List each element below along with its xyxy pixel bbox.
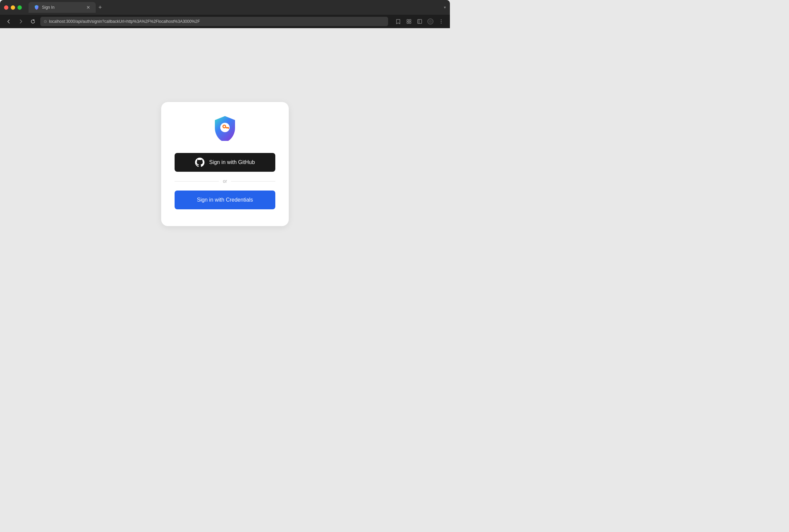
svg-rect-2 bbox=[407, 22, 409, 23]
github-icon bbox=[195, 158, 204, 167]
signin-card: Sign in with GitHub or Sign in with Cred… bbox=[161, 102, 289, 226]
tab-close-button[interactable]: ✕ bbox=[86, 5, 90, 10]
recording-button[interactable] bbox=[426, 17, 435, 26]
credentials-signin-button[interactable]: Sign in with Credentials bbox=[175, 191, 275, 209]
tab-favicon-icon bbox=[34, 5, 39, 10]
traffic-lights bbox=[4, 5, 22, 10]
browser-window: Sign In ✕ + ▾ ⊙ localhost:3000/api/auth/… bbox=[0, 0, 450, 300]
nav-actions bbox=[393, 17, 446, 26]
logo-container bbox=[213, 115, 237, 142]
divider-line-left bbox=[175, 181, 219, 182]
url-text: localhost:3000/api/auth/signin?callbackU… bbox=[49, 19, 200, 24]
svg-rect-0 bbox=[407, 19, 409, 21]
svg-point-7 bbox=[441, 21, 441, 22]
app-logo-icon bbox=[213, 115, 237, 141]
svg-point-6 bbox=[441, 19, 441, 20]
maximize-button[interactable] bbox=[17, 5, 22, 10]
back-button[interactable] bbox=[4, 17, 14, 26]
menu-button[interactable] bbox=[437, 17, 446, 26]
sidebar-button[interactable] bbox=[415, 17, 424, 26]
lock-icon: ⊙ bbox=[44, 19, 47, 24]
minimize-button[interactable] bbox=[11, 5, 15, 10]
github-signin-button[interactable]: Sign in with GitHub bbox=[175, 153, 275, 172]
reload-button[interactable] bbox=[28, 17, 38, 26]
svg-rect-1 bbox=[409, 19, 411, 21]
svg-rect-13 bbox=[227, 127, 227, 129]
divider: or bbox=[175, 178, 275, 184]
svg-rect-3 bbox=[409, 22, 411, 23]
svg-rect-4 bbox=[418, 19, 422, 23]
address-bar[interactable]: ⊙ localhost:3000/api/auth/signin?callbac… bbox=[40, 17, 388, 26]
page-content: Sign in with GitHub or Sign in with Cred… bbox=[0, 28, 450, 300]
tab-dropdown-button[interactable]: ▾ bbox=[444, 5, 446, 10]
svg-point-14 bbox=[224, 126, 225, 128]
extensions-button[interactable] bbox=[404, 17, 414, 26]
svg-point-8 bbox=[441, 23, 441, 23]
title-bar: Sign In ✕ + ▾ bbox=[0, 0, 450, 15]
new-tab-button[interactable]: + bbox=[98, 4, 102, 11]
tab-bar: Sign In ✕ + ▾ bbox=[29, 2, 446, 13]
divider-line-right bbox=[231, 181, 275, 182]
divider-text: or bbox=[223, 178, 227, 184]
tab-title: Sign In bbox=[42, 5, 54, 10]
github-button-label: Sign in with GitHub bbox=[209, 159, 255, 165]
svg-rect-12 bbox=[228, 127, 229, 129]
credentials-button-label: Sign in with Credentials bbox=[197, 197, 253, 203]
nav-bar: ⊙ localhost:3000/api/auth/signin?callbac… bbox=[0, 15, 450, 28]
close-button[interactable] bbox=[4, 5, 8, 10]
recording-dot bbox=[427, 18, 434, 24]
forward-button[interactable] bbox=[16, 17, 25, 26]
active-tab[interactable]: Sign In ✕ bbox=[29, 2, 96, 13]
bookmark-button[interactable] bbox=[393, 17, 403, 26]
